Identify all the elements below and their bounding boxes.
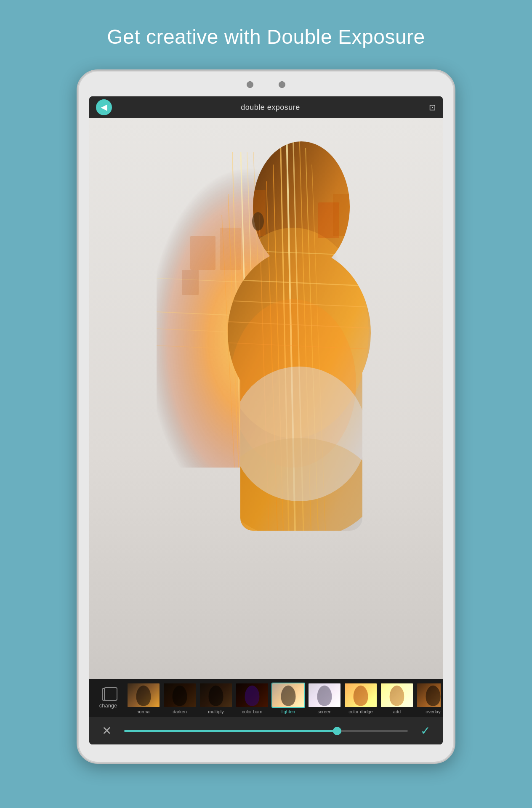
thumb-visual-colordodge bbox=[345, 683, 377, 707]
svg-point-46 bbox=[252, 212, 264, 231]
person-silhouette bbox=[194, 131, 383, 532]
app-header: ◀ double exposure ⊡ bbox=[89, 96, 443, 118]
thumb-silhouette-multiply bbox=[209, 686, 223, 706]
thumb-visual-normal bbox=[128, 683, 160, 707]
thumb-label-colordodge: color dodge bbox=[348, 709, 373, 714]
blend-thumb-colorburn[interactable]: color burn bbox=[234, 683, 270, 714]
tablet-device: ◀ double exposure ⊡ bbox=[77, 69, 455, 764]
page-background: Get creative with Double Exposure ◀ doub… bbox=[0, 0, 532, 764]
thumb-visual-add bbox=[381, 683, 413, 707]
thumb-label-colorburn: color burn bbox=[242, 709, 263, 714]
thumb-label-screen: screen bbox=[317, 709, 331, 714]
thumb-label-multiply: multiply bbox=[208, 709, 223, 714]
main-image-area bbox=[89, 118, 443, 679]
tablet-container: ◀ double exposure ⊡ bbox=[0, 69, 532, 764]
change-icon bbox=[102, 688, 114, 701]
blend-thumb-img-screen bbox=[308, 683, 341, 708]
blend-thumb-img-normal bbox=[127, 683, 160, 708]
bottom-controls: ✕ ✓ bbox=[89, 717, 443, 744]
blend-thumb-add[interactable]: add bbox=[379, 683, 415, 714]
blend-thumb-screen[interactable]: screen bbox=[307, 683, 342, 714]
back-icon: ◀ bbox=[101, 103, 107, 112]
blend-modes-strip: change normal bbox=[89, 679, 443, 717]
thumb-label-lighten: lighten bbox=[282, 709, 295, 714]
thumb-visual-screen bbox=[309, 683, 340, 707]
confirm-button[interactable]: ✓ bbox=[420, 724, 430, 738]
blend-thumb-multiply[interactable]: multiply bbox=[198, 683, 234, 714]
svg-point-45 bbox=[232, 367, 367, 501]
thumb-silhouette-overlay bbox=[426, 686, 441, 706]
blend-thumb-lighten[interactable]: lighten bbox=[271, 683, 306, 714]
thumb-visual-darken bbox=[164, 683, 196, 707]
blend-thumb-normal[interactable]: normal bbox=[126, 683, 161, 714]
app-title: double exposure bbox=[241, 103, 300, 112]
slider-fill bbox=[124, 730, 337, 732]
opacity-slider[interactable] bbox=[124, 730, 408, 732]
cancel-button[interactable]: ✕ bbox=[102, 724, 112, 738]
blend-thumb-img-colorburn bbox=[235, 683, 269, 708]
thumb-silhouette-screen bbox=[317, 686, 332, 706]
back-button[interactable]: ◀ bbox=[96, 99, 112, 115]
thumb-visual-colorburn bbox=[236, 683, 268, 707]
compare-icon[interactable]: ⊡ bbox=[429, 102, 436, 112]
change-label: change bbox=[99, 702, 117, 709]
blend-thumb-img-darken bbox=[163, 683, 197, 708]
thumb-visual-lighten bbox=[272, 683, 304, 707]
thumb-silhouette-normal bbox=[136, 686, 151, 706]
blend-thumbnails-list: normal darken bbox=[126, 683, 441, 714]
thumb-label-add: add bbox=[393, 709, 401, 714]
blend-thumb-overlay[interactable]: overlay bbox=[415, 683, 441, 714]
thumb-silhouette-darken bbox=[173, 686, 187, 706]
slider-track bbox=[124, 730, 408, 732]
svg-rect-43 bbox=[333, 194, 350, 236]
thumb-silhouette-lighten bbox=[281, 686, 296, 706]
thumb-label-normal: normal bbox=[136, 709, 151, 714]
blend-thumb-img-multiply bbox=[199, 683, 233, 708]
blend-thumb-colordodge[interactable]: color dodge bbox=[343, 683, 378, 714]
thumb-label-darken: darken bbox=[173, 709, 187, 714]
thumb-visual-overlay bbox=[417, 683, 441, 707]
thumb-silhouette-colorburn bbox=[245, 686, 260, 706]
tablet-screen: ◀ double exposure ⊡ bbox=[89, 96, 443, 744]
bottom-toolbar: change normal bbox=[89, 679, 443, 744]
thumb-silhouette-colordodge bbox=[354, 686, 368, 706]
thumb-silhouette-add bbox=[390, 686, 404, 706]
svg-rect-40 bbox=[219, 198, 242, 236]
tablet-top-bar bbox=[78, 81, 454, 96]
camera-dot-right bbox=[279, 81, 285, 88]
blend-thumb-img-lighten bbox=[271, 683, 305, 708]
blend-thumb-img-add bbox=[380, 683, 414, 708]
change-button-area[interactable]: change bbox=[91, 688, 125, 709]
main-image bbox=[89, 118, 443, 679]
blend-thumb-img-overlay bbox=[416, 683, 441, 708]
slider-thumb[interactable] bbox=[333, 727, 341, 735]
thumb-visual-multiply bbox=[200, 683, 232, 707]
camera-dot-left bbox=[247, 81, 253, 88]
page-title: Get creative with Double Exposure bbox=[0, 0, 532, 69]
blend-thumb-darken[interactable]: darken bbox=[162, 683, 197, 714]
blend-thumb-img-colordodge bbox=[344, 683, 378, 708]
thumb-label-overlay: overlay bbox=[426, 709, 440, 714]
